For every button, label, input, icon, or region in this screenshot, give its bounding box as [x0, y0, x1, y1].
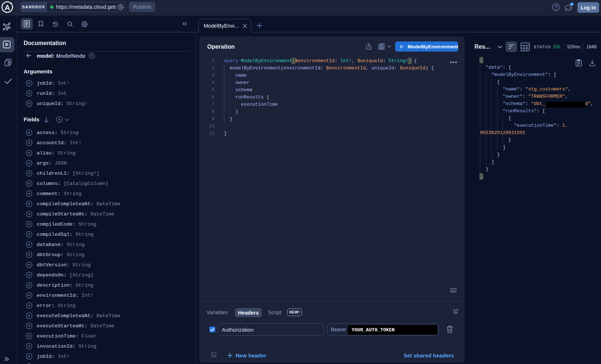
- svg-text:A: A: [4, 3, 10, 12]
